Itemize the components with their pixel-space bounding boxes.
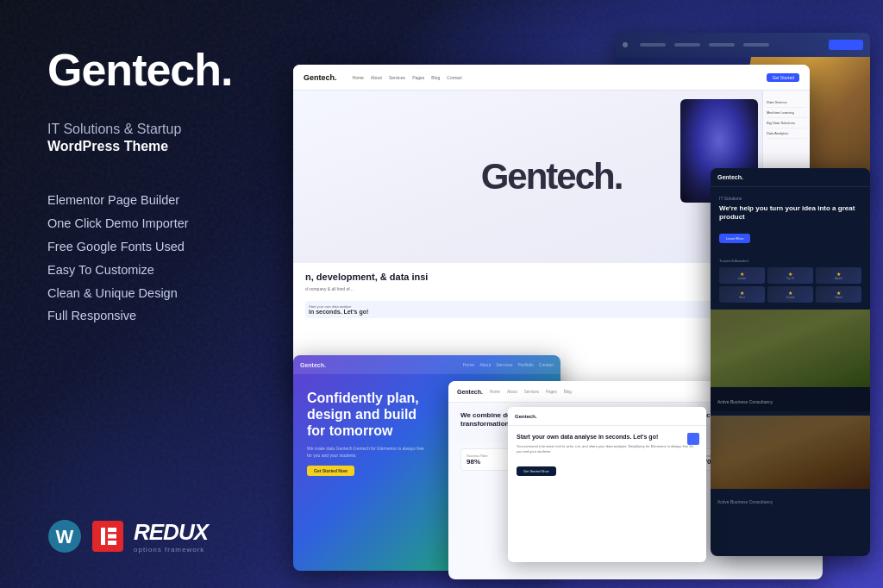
mock-main-nav-links: Home About Services Pages Blog Contact xyxy=(353,75,762,80)
right-panel: We Help Design Business Solution Gentech… xyxy=(293,0,883,588)
mock-colorful-nav-item: Services xyxy=(496,362,512,367)
mock-cons-caption-text: Active Business Consultancy xyxy=(717,399,773,404)
mock-badge-star: ★ xyxy=(722,290,762,296)
redux-text: REDUX xyxy=(134,519,208,545)
mock-badges-grid: ★ Leader ★ Top 10 ★ Award ★ xyxy=(719,267,861,303)
subtitle-line1: IT Solutions & Startup xyxy=(47,120,250,139)
mock-badge-item: ★ Rated xyxy=(816,286,861,303)
mock-main-cta: Get Started xyxy=(767,73,799,82)
mock-badge-label: Growth xyxy=(770,296,811,299)
mock-badge-item: ★ Growth xyxy=(767,286,813,303)
mock-nav-link: Pages xyxy=(412,75,424,80)
mock-nav-item xyxy=(709,43,735,47)
mock-badge-star: ★ xyxy=(770,271,811,277)
mock-cons-photo-1 xyxy=(711,310,870,387)
mock-cons-photo-2 xyxy=(711,416,870,489)
mock-da-logo: Gentech. xyxy=(515,414,537,419)
mock-sidebar-item: Big Data Solutions xyxy=(767,118,806,128)
svg-rect-4 xyxy=(108,528,116,532)
mock-colorful-nav-item: Portfolio xyxy=(517,362,533,367)
mock-nav-item xyxy=(640,43,666,47)
redux-sub: options framework xyxy=(134,546,208,554)
mock-colorful-nav-item: Contact xyxy=(539,362,554,367)
mock-badges-area: Trusted & Awarded ★ Leader ★ Top 10 ★ Aw xyxy=(711,252,870,310)
logos-row: W REDUX options framework xyxy=(47,519,250,554)
mock-badge-label: Best xyxy=(722,296,762,299)
mockup-data-analysis: Gentech. Start your own data analyse in … xyxy=(508,407,706,562)
mock-badge-star: ★ xyxy=(818,271,859,277)
mock-cons-hero: IT Solutions We're help you turn your id… xyxy=(711,187,870,252)
mockup-consulting: Gentech. IT Solutions We're help you tur… xyxy=(711,168,870,556)
mock-badge-label: Top 10 xyxy=(770,277,811,280)
mock-cons-caption2: Active Business Consultancy xyxy=(711,489,870,510)
mock-nav-link: Contact xyxy=(447,75,461,80)
mock-main-navbar: Gentech. Home About Services Pages Blog … xyxy=(293,65,810,91)
svg-rect-3 xyxy=(101,528,105,545)
mock-da-badge xyxy=(687,433,699,445)
mock-badge-item: ★ Top 10 xyxy=(767,267,813,284)
mock-cons-title: We're help you turn your idea into a gre… xyxy=(719,204,861,222)
redux-logo: REDUX options framework xyxy=(134,519,208,554)
mock-nav-link: Services xyxy=(389,75,405,80)
mock-da-sub: Your personal in-browser tool to write, … xyxy=(517,444,698,455)
mock-data-logo: Gentech. xyxy=(457,389,483,395)
mock-nav-item xyxy=(743,43,769,47)
mock-data-nav-link: Blog xyxy=(564,390,572,394)
mock-da-title: Start your own data analyse in seconds. … xyxy=(517,433,698,441)
mock-dot xyxy=(623,42,628,47)
mock-colorful-topbar: Gentech. Home About Services Portfolio C… xyxy=(293,355,560,374)
mock-cons-header: Gentech. xyxy=(711,168,870,187)
mock-colorful-nav-item: About xyxy=(479,362,491,367)
mock-colorful-sub: We make data Gentech Gentech for Element… xyxy=(307,445,428,459)
feature-item-1: Elementor Page Builder xyxy=(47,189,250,212)
elementor-logo xyxy=(92,521,123,552)
mock-badge-label: Award xyxy=(818,277,859,280)
mock-da-btn: Get Started Now xyxy=(517,466,556,476)
feature-item-5: Clean & Unique Design xyxy=(47,282,250,305)
mock-badge-label: Rated xyxy=(818,296,859,299)
svg-text:W: W xyxy=(56,526,74,547)
feature-item-6: Full Responsive xyxy=(47,304,250,328)
mock-badge-item: ★ Best xyxy=(719,286,765,303)
mock-sidebar-item: Data Science xyxy=(767,97,806,108)
subtitle: IT Solutions & Startup WordPress Theme xyxy=(47,120,250,154)
mock-data-nav: Home About Services Pages Blog xyxy=(490,390,572,394)
mock-cons-photo2-overlay xyxy=(711,416,870,489)
mock-colorful-logo: Gentech. xyxy=(300,362,326,368)
mock-da-content: Start your own data analyse in seconds. … xyxy=(508,426,706,483)
content-wrapper: Gentech. IT Solutions & Startup WordPres… xyxy=(0,0,883,588)
mock-cons-caption2-text: Active Business Consultancy xyxy=(717,499,773,504)
mock-cta-yellow: Get Started Now xyxy=(307,466,354,476)
svg-rect-6 xyxy=(108,541,116,545)
mock-nav-link: About xyxy=(371,75,382,80)
mock-data-nav-link: Home xyxy=(490,390,500,394)
mock-colorful-nav-item: Home xyxy=(463,362,474,367)
brand-title: Gentech. xyxy=(47,47,250,92)
mock-data-nav-link: Services xyxy=(524,390,539,394)
feature-item-3: Free Google Fonts Used xyxy=(47,235,250,259)
features-list: Elementor Page Builder One Click Demo Im… xyxy=(47,189,250,328)
mock-colorful-nav: Home About Services Portfolio Contact xyxy=(463,362,554,367)
mock-badges-title: Trusted & Awarded xyxy=(719,259,861,263)
mock-nav-item xyxy=(674,43,700,47)
feature-item-2: One Click Demo Importer xyxy=(47,212,250,235)
mock-btn-blue xyxy=(829,40,863,50)
mock-colorful-hero-text: Confidently plan, design and build for t… xyxy=(307,390,436,440)
mock-badge-label: Leader xyxy=(722,277,762,280)
mock-data-nav-link: Pages xyxy=(546,390,557,394)
subtitle-line2: WordPress Theme xyxy=(47,139,250,154)
mock-badge-star: ★ xyxy=(722,271,762,277)
mock-sidebar-item: Machine Learning xyxy=(767,108,806,118)
mock-badge-star: ★ xyxy=(770,290,811,296)
mock-nav-link: Blog xyxy=(431,75,440,80)
mock-nav-items xyxy=(640,43,769,47)
mock-badge-item: ★ Leader xyxy=(719,267,765,284)
mock-da-header: Gentech. xyxy=(508,407,706,426)
mock-main-logo: Gentech. xyxy=(304,73,337,82)
mock-cons-photo-overlay xyxy=(711,310,870,387)
mock-cons-tag: IT Solutions xyxy=(719,196,861,201)
wordpress-logo: W xyxy=(47,519,82,554)
mock-badge-star: ★ xyxy=(818,290,859,296)
mock-cons-btn: Learn More xyxy=(719,234,750,243)
left-panel: Gentech. IT Solutions & Startup WordPres… xyxy=(0,0,293,588)
